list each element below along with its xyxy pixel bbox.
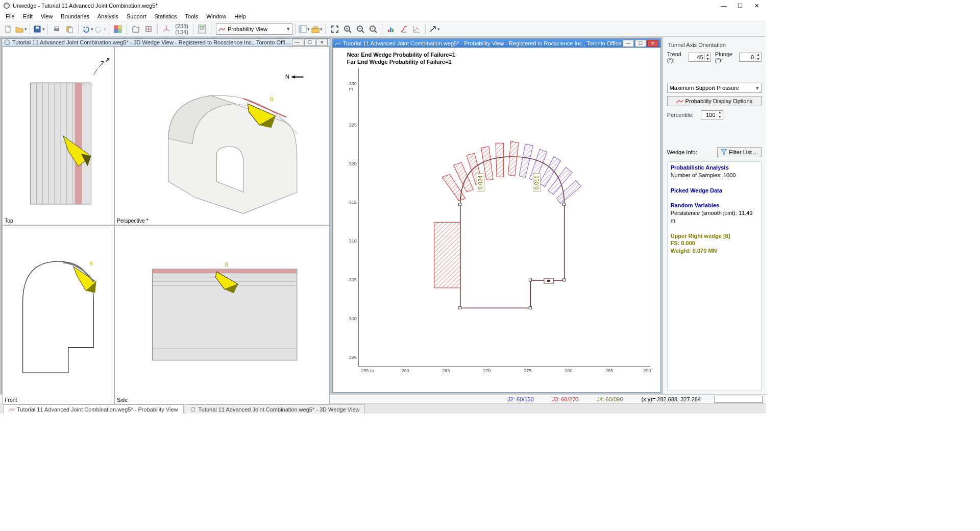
menu-help[interactable]: Help xyxy=(231,12,250,20)
undo-icon[interactable] xyxy=(81,23,93,35)
prob-display-options-button[interactable]: Probability Display Options xyxy=(667,96,762,106)
child-maximize-icon[interactable]: ☐ xyxy=(304,39,315,46)
scatter-icon[interactable] xyxy=(410,23,423,35)
wedge-info-label: Wedge Info: xyxy=(667,149,697,155)
svg-rect-85 xyxy=(459,306,461,309)
menu-boundaries[interactable]: Boundaries xyxy=(57,12,93,20)
viewport-label: Side xyxy=(117,397,128,403)
open-folder-icon[interactable] xyxy=(15,23,27,35)
child-close-icon[interactable]: ✕ xyxy=(316,39,328,46)
svg-text:8: 8 xyxy=(89,260,92,267)
svg-rect-11 xyxy=(118,26,121,29)
menu-support[interactable]: Support xyxy=(123,12,150,20)
svg-point-30 xyxy=(414,30,415,31)
child-close-icon[interactable]: ✕ xyxy=(647,40,658,47)
menu-view[interactable]: View xyxy=(37,12,57,20)
menu-bar: File Edit View Boundaries Analysis Suppo… xyxy=(0,11,766,21)
plunge-input[interactable] xyxy=(740,54,755,60)
svg-point-91 xyxy=(191,407,195,412)
filter-list-button[interactable]: Filter List ... xyxy=(717,147,762,157)
window-title-bar[interactable]: Tutorial 11 Advanced Joint Combination.w… xyxy=(333,39,660,48)
grid-icon[interactable] xyxy=(112,23,124,35)
toolbox-icon[interactable] xyxy=(311,23,323,35)
layout-icon[interactable] xyxy=(298,23,310,35)
workspace: Tutorial 11 Advanced Joint Combination.w… xyxy=(0,37,766,394)
status-j2: J2: 60/150 xyxy=(507,396,533,402)
zoom-extents-icon[interactable] xyxy=(367,23,379,35)
mdi-area: Tutorial 11 Advanced Joint Combination.w… xyxy=(0,37,663,394)
svg-marker-76 xyxy=(519,144,533,177)
svg-point-18 xyxy=(203,29,204,30)
svg-marker-72 xyxy=(496,143,503,177)
minimize-button[interactable]: — xyxy=(716,0,732,11)
window-probability-view: Tutorial 11 Advanced Joint Combination.w… xyxy=(332,38,661,393)
svg-text:N: N xyxy=(285,74,289,80)
maximize-button[interactable]: ☐ xyxy=(732,0,748,11)
zoom-out-icon[interactable] xyxy=(354,23,366,35)
status-command-input[interactable] xyxy=(714,396,763,403)
child-maximize-icon[interactable]: ☐ xyxy=(635,40,646,47)
menu-tools[interactable]: Tools xyxy=(182,12,202,20)
cumulative-icon[interactable] xyxy=(398,23,410,35)
window-title: Unwedge - Tutorial 11 Advanced Joint Com… xyxy=(13,3,158,9)
menu-window[interactable]: Window xyxy=(203,12,230,20)
svg-rect-27 xyxy=(388,30,389,32)
save-icon[interactable] xyxy=(33,23,45,35)
section-icon[interactable] xyxy=(142,23,155,35)
close-button[interactable]: ✕ xyxy=(748,0,765,11)
svg-rect-9 xyxy=(114,26,118,29)
viewport-front[interactable]: 8 Front xyxy=(2,225,114,404)
app-icon xyxy=(3,2,10,9)
status-xy: (x,y)= 282.688, 327.284 xyxy=(642,396,701,402)
status-j3: J3: 60/270 xyxy=(552,396,578,402)
viewport-top[interactable]: ↗ Top xyxy=(2,46,114,225)
viewport-perspective[interactable]: 8 N Perspective * xyxy=(114,46,330,225)
svg-rect-87 xyxy=(529,279,531,281)
doc-tab-3d-wedge[interactable]: Tutorial 11 Advanced Joint Combination.w… xyxy=(185,404,365,414)
arrow-icon[interactable] xyxy=(428,23,440,35)
percentile-input[interactable] xyxy=(701,112,717,118)
plunge-spinner[interactable]: ▲▼ xyxy=(739,53,762,62)
viewport-side[interactable]: 8 Side xyxy=(114,225,330,404)
main-toolbar: (233)(134) Probability View▾ xyxy=(0,21,766,37)
svg-text:0.024: 0.024 xyxy=(477,176,483,189)
svg-marker-73 xyxy=(508,141,518,176)
trend-spinner[interactable]: ▲▼ xyxy=(689,53,711,62)
percentile-spinner[interactable]: ▲▼ xyxy=(701,110,723,119)
wedge-info-panel: Probabilistic Analysis Number of Samples… xyxy=(667,161,762,391)
svg-point-31 xyxy=(416,28,417,29)
window-controls: — ☐ ✕ xyxy=(716,0,765,11)
svg-rect-5 xyxy=(55,27,58,29)
svg-point-33 xyxy=(5,40,10,45)
svg-rect-88 xyxy=(562,279,565,281)
calculator-icon[interactable] xyxy=(196,23,208,35)
svg-rect-1 xyxy=(6,26,10,32)
menu-edit[interactable]: Edit xyxy=(19,12,36,20)
doc-tab-probability[interactable]: Tutorial 11 Advanced Joint Combination.w… xyxy=(3,404,184,414)
metric-select[interactable]: Maximum Support Pressure▾ xyxy=(667,83,762,93)
child-minimize-icon[interactable]: — xyxy=(292,39,303,46)
window-3d-wedge-view: Tutorial 11 Advanced Joint Combination.w… xyxy=(2,38,330,393)
viewport-label: Front xyxy=(5,397,17,403)
histogram-icon[interactable] xyxy=(385,23,397,35)
probability-canvas[interactable]: Near End Wedge Probability of Failure=1 … xyxy=(333,48,660,392)
right-panel: Tunnel Axis Orientation Trend (°): ▲▼ Pl… xyxy=(663,37,766,394)
menu-statistics[interactable]: Statistics xyxy=(151,12,181,20)
copy-icon[interactable] xyxy=(63,23,76,35)
menu-file[interactable]: File xyxy=(2,12,18,20)
profile-icon[interactable] xyxy=(130,23,142,35)
zoom-in-icon[interactable] xyxy=(341,23,354,35)
svg-point-26 xyxy=(372,28,373,29)
xyz-icon[interactable] xyxy=(160,23,173,35)
menu-analysis[interactable]: Analysis xyxy=(94,12,122,20)
svg-rect-90 xyxy=(459,203,461,206)
fit-icon[interactable] xyxy=(329,23,341,35)
print-icon[interactable] xyxy=(51,23,63,35)
svg-rect-29 xyxy=(392,29,394,32)
new-file-icon[interactable] xyxy=(2,23,14,35)
trend-input[interactable] xyxy=(689,54,704,60)
child-minimize-icon[interactable]: — xyxy=(623,40,634,47)
view-type-select[interactable]: Probability View▾ xyxy=(216,23,292,35)
redo-icon[interactable] xyxy=(94,23,106,35)
window-title-bar[interactable]: Tutorial 11 Advanced Joint Combination.w… xyxy=(2,39,330,46)
